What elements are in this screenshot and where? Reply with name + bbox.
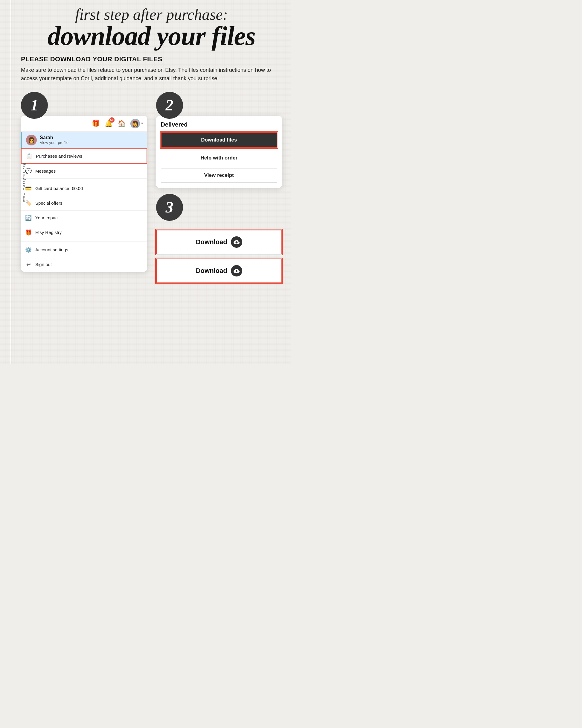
steps-container: 1 🎁 🔔 50 🏠 👩 ▾ xyxy=(18,92,285,287)
etsy-menu-mockup: 🎁 🔔 50 🏠 👩 ▾ 👩 xyxy=(21,116,147,272)
download-label-1: Download xyxy=(196,238,227,246)
gift-icon: 🎁 xyxy=(92,120,100,127)
etsy-registry-item[interactable]: 🎁 Etsy Registry xyxy=(21,225,147,240)
help-with-order-button[interactable]: Help with order xyxy=(161,151,277,165)
step-1-number: 1 xyxy=(21,92,48,119)
etsy-registry-label: Etsy Registry xyxy=(35,230,61,235)
download-cloud-icon-1 xyxy=(231,236,242,248)
account-settings-icon: ⚙️ xyxy=(25,246,32,253)
gift-card-icon: 💳 xyxy=(25,185,32,192)
step-3-wrapper: 3 Download Download xyxy=(156,194,282,287)
order-status-mockup: Delivered Download files Help with order… xyxy=(156,116,282,188)
messages-item[interactable]: 💬 Messages xyxy=(21,164,147,179)
section-title: PLEASE DOWNLOAD YOUR DIGITAL FILES xyxy=(21,55,282,63)
sign-out-icon: ↩ xyxy=(25,261,32,268)
account-settings-item[interactable]: ⚙️ Account settings xyxy=(21,243,147,257)
step-2-number: 2 xyxy=(156,92,183,119)
profile-info: Sarah View your profile xyxy=(40,135,69,145)
profile-avatar: 👩 xyxy=(26,135,37,146)
step-3-number: 3 xyxy=(156,194,183,221)
download-button-2[interactable]: Download xyxy=(156,259,282,283)
special-offers-item[interactable]: 🏷️ Special offers xyxy=(21,196,147,211)
notification-icon: 🔔 50 xyxy=(105,120,113,127)
purchases-reviews-item[interactable]: 📋 Purchases and reviews xyxy=(21,149,147,164)
gift-card-label: Gift card balance: €0.00 xyxy=(35,186,83,191)
view-receipt-button[interactable]: View receipt xyxy=(161,168,277,183)
messages-label: Messages xyxy=(35,168,56,174)
step-2-3-col: 2 Delivered Download files Help with ord… xyxy=(156,92,282,287)
avatar-chevron-icon: ▾ xyxy=(141,121,143,126)
gift-card-item[interactable]: 💳 Gift card balance: €0.00 xyxy=(21,181,147,196)
cursive-heading: first step after purchase: xyxy=(18,6,285,23)
your-impact-item[interactable]: 🔄 Your impact xyxy=(21,211,147,225)
etsy-registry-icon: 🎁 xyxy=(25,229,32,236)
notification-badge: 50 xyxy=(109,117,114,123)
section-body: Make sure to download the files related … xyxy=(21,66,282,83)
cart-icon: 🏠 xyxy=(117,120,126,127)
description-section: PLEASE DOWNLOAD YOUR DIGITAL FILES Make … xyxy=(18,55,285,89)
sign-out-label: Sign out xyxy=(35,262,52,267)
your-impact-icon: 🔄 xyxy=(25,214,32,221)
account-settings-label: Account settings xyxy=(35,247,68,252)
special-offers-label: Special offers xyxy=(35,201,62,206)
sign-out-item[interactable]: ↩ Sign out xyxy=(21,257,147,272)
profile-menu-item[interactable]: 👩 Sarah View your profile xyxy=(21,132,147,149)
download-buttons-container: Download Download xyxy=(156,230,282,283)
download-cloud-icon-2 xyxy=(231,265,242,277)
avatar-container: 👩 ▾ xyxy=(130,119,143,128)
messages-icon: 💬 xyxy=(25,168,32,175)
header-section: first step after purchase: download your… xyxy=(18,3,285,49)
your-impact-label: Your impact xyxy=(35,215,59,220)
profile-name: Sarah xyxy=(40,135,69,140)
user-avatar: 👩 xyxy=(130,119,140,128)
delivered-label: Delivered xyxy=(161,121,277,128)
purchases-label: Purchases and reviews xyxy=(36,154,82,159)
step-1-col: 1 🎁 🔔 50 🏠 👩 ▾ xyxy=(21,92,147,272)
step-2-wrapper: 2 Delivered Download files Help with ord… xyxy=(156,92,282,188)
special-offers-icon: 🏷️ xyxy=(25,200,32,206)
menu-divider-2 xyxy=(21,241,147,241)
bold-heading: download your files xyxy=(18,23,285,49)
vertical-watermark: www.marryful.org xyxy=(22,162,26,202)
etsy-top-bar: 🎁 🔔 50 🏠 👩 ▾ xyxy=(21,116,147,132)
download-files-button[interactable]: Download files xyxy=(161,132,277,148)
profile-sub: View your profile xyxy=(40,140,69,145)
download-label-2: Download xyxy=(196,267,227,275)
download-button-1[interactable]: Download xyxy=(156,230,282,254)
purchases-icon: 📋 xyxy=(26,153,32,159)
